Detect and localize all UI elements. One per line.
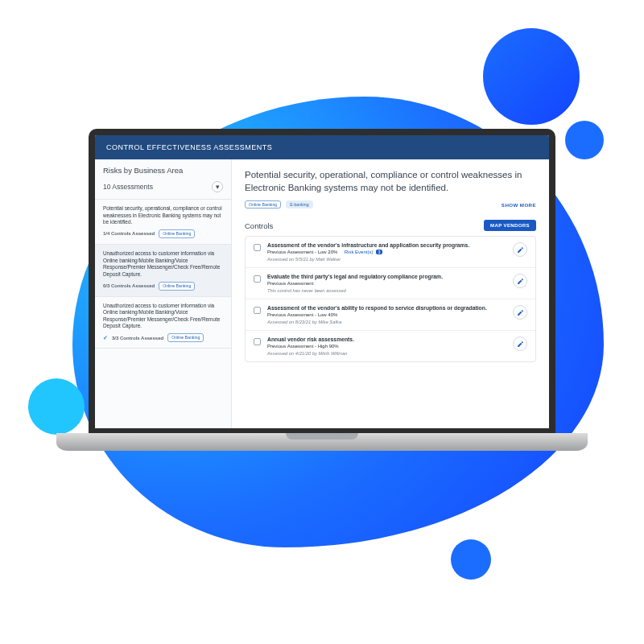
check-icon: ✔ [103, 334, 108, 341]
control-meta: Assessed on 4/21/20 by Mitch Willman [267, 351, 503, 356]
decorative-circle [28, 378, 85, 435]
map-vendors-button[interactable]: MAP VENDORS [484, 220, 536, 231]
risk-item[interactable]: Unauthorized access to customer informat… [95, 245, 231, 297]
risk-text: Unauthorized access to customer informat… [103, 303, 223, 331]
control-row[interactable]: Annual vendor risk assessments. Previous… [246, 331, 535, 361]
pencil-icon [517, 309, 524, 316]
control-title: Annual vendor risk assessments. [267, 336, 503, 342]
sidebar-heading: Risks by Business Area [103, 166, 223, 175]
app-title: CONTROL EFFECTIVENESS ASSESSMENTS [106, 143, 272, 151]
control-sub: Previous Assessment - Low 40% [267, 312, 503, 317]
checkbox[interactable] [254, 338, 261, 345]
main-panel: Potential security, operational, complia… [232, 159, 549, 428]
edit-button[interactable] [513, 305, 527, 320]
edit-button[interactable] [513, 336, 527, 351]
control-title: Evaluate the third party's legal and reg… [267, 274, 503, 279]
app-body: Risks by Business Area 10 Assessments ▾ … [95, 159, 549, 428]
edit-button[interactable] [513, 242, 527, 257]
control-row[interactable]: Assessment of the vendor's infrastructur… [246, 237, 535, 268]
laptop-mockup: CONTROL EFFECTIVENESS ASSESSMENTS Risks … [80, 129, 564, 467]
app-header: CONTROL EFFECTIVENESS ASSESSMENTS [95, 135, 549, 159]
risk-count: 3/3 Controls Assessed [112, 335, 163, 341]
topic-tag[interactable]: Online Banking [245, 200, 281, 208]
decorative-circle [483, 28, 580, 125]
control-sub: Previous Assessment [267, 281, 503, 286]
decorative-circle [451, 539, 491, 580]
risk-item[interactable]: Potential security, operational, complia… [95, 200, 231, 245]
risk-text: Unauthorized access to customer informat… [103, 250, 223, 279]
topic-tag[interactable]: E-banking [286, 200, 312, 208]
laptop-notch [286, 433, 358, 440]
control-meta: Assessed on 8/23/21 by Mike Safka [267, 320, 503, 324]
decorative-circle [565, 121, 604, 159]
sidebar-heading-block: Risks by Business Area [95, 159, 231, 178]
tags-row: Online Banking E-banking SHOW MORE [245, 200, 536, 208]
risk-count: 0/3 Controls Assessed [103, 283, 155, 289]
controls-list: Assessment of the vendor's infrastructur… [245, 236, 536, 362]
risk-tag[interactable]: Online Banking [167, 333, 204, 342]
controls-header: Controls MAP VENDORS [245, 220, 536, 231]
control-sub: Previous Assessment - Low 20% Risk Event… [267, 250, 503, 254]
risk-text: Potential security, operational, complia… [103, 205, 223, 226]
control-body: Annual vendor risk assessments. Previous… [267, 336, 503, 356]
risk-tag[interactable]: Online Banking [159, 282, 195, 291]
sidebar-subhead: 10 Assessments ▾ [95, 178, 231, 200]
assessments-count: 10 Assessments [103, 183, 153, 191]
laptop-base [56, 433, 588, 451]
checkbox[interactable] [254, 307, 261, 314]
filter-button[interactable]: ▾ [212, 181, 223, 192]
pencil-icon [517, 278, 524, 285]
checkbox[interactable] [254, 244, 261, 251]
risk-tag[interactable]: Online Banking [159, 229, 195, 238]
pencil-icon [517, 341, 524, 348]
control-sub: Previous Assessment - High 90% [267, 344, 503, 349]
page-title: Potential security, operational, complia… [245, 169, 536, 194]
edit-button[interactable] [513, 274, 527, 288]
app-screen: CONTROL EFFECTIVENESS ASSESSMENTS Risks … [89, 129, 555, 435]
sidebar: Risks by Business Area 10 Assessments ▾ … [95, 159, 232, 428]
risk-events-badge: 3 [376, 250, 382, 254]
control-meta: Assessed on 5/5/21 by Matt Walker [267, 257, 503, 262]
control-body: Evaluate the third party's legal and reg… [267, 274, 503, 293]
checkbox[interactable] [254, 275, 261, 283]
risk-count: 1/4 Controls Assessed [103, 230, 155, 237]
show-more-button[interactable]: SHOW MORE [502, 202, 536, 208]
control-body: Assessment of the vendor's infrastructur… [267, 242, 503, 262]
filter-icon: ▾ [216, 183, 220, 191]
control-row[interactable]: Evaluate the third party's legal and reg… [246, 268, 535, 299]
control-title: Assessment of the vendor's infrastructur… [267, 242, 503, 248]
controls-heading: Controls [245, 221, 273, 230]
control-meta: This control has never been assessed [267, 288, 503, 293]
pencil-icon [517, 246, 524, 254]
control-title: Assessment of the vendor's ability to re… [267, 305, 503, 311]
control-row[interactable]: Assessment of the vendor's ability to re… [246, 299, 535, 331]
risk-item[interactable]: Unauthorized access to customer informat… [95, 297, 231, 349]
control-body: Assessment of the vendor's ability to re… [267, 305, 503, 324]
